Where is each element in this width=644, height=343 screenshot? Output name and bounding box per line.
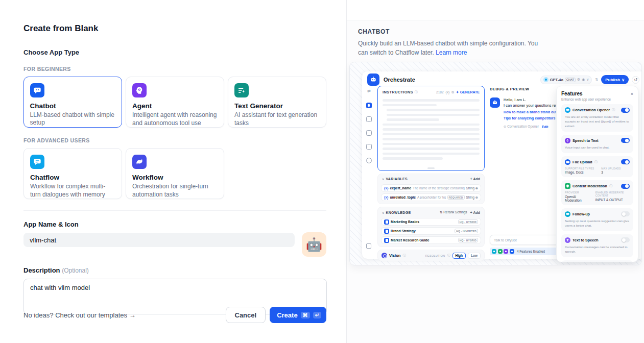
choose-app-type-label: Choose App Type [23,48,326,56]
close-icon: × [631,91,633,96]
robot-emoji-icon: 🤖 [306,237,322,253]
knowledge-row: Marketing Basics HQ · HYBRID [381,218,481,226]
globe-tab-icon [366,158,372,163]
description-label: Description (Optional) [23,266,326,274]
notes-tab-icon [366,144,372,150]
enter-key-icon: ↵ [313,312,321,318]
knowledge-row: Brand Strategy HQ · INVERTED [381,227,481,235]
variables-panel: ∨ VARIABLES + Add {x} expert_name The na… [377,174,485,204]
opener-gear-icon: ⊙ Conversation Opener [504,125,539,129]
vision-row: Vision ⓘ RESOLUTION ⓘ High Low [377,250,485,261]
workflow-icon [132,155,147,169]
feature-card-follow-up: Follow-up Setting up next questions sugg… [561,208,633,231]
section-divider [23,210,326,211]
feature-toggle [621,211,630,216]
follow-up-chip-icon [492,249,496,254]
speech-chip-icon [504,249,508,254]
preview-left-rail: ⇄ [362,88,376,259]
create-app-modal: Create from Blank Choose App Type FOR BE… [0,0,644,343]
preview-app-robot-icon [367,74,379,86]
knowledge-panel: ∨ KNOWLEDGE ⇅ Rerank Settings + Add Mark… [377,207,485,247]
document-icon [384,229,389,234]
app-icon-picker[interactable]: 🤖 [302,232,326,257]
chatbot-preview-image: Orchestrate GPT-4o CHAT ⚙ ◉ ∨ ⇅ [349,62,642,265]
chevron-down-icon: ∨ [586,78,589,82]
card-title: Chatbot [30,102,116,110]
preview-heading: CHATBOT [358,28,642,35]
agent-icon [132,83,147,97]
page-title: Create from Blank [23,23,326,34]
preview-description: Quickly build an LLM-based chatbot with … [358,39,546,57]
learn-more-link[interactable]: Learn more [436,49,467,56]
app-name-label: App Name & Icon [23,220,326,228]
chatflow-icon [30,155,44,169]
upload-chip-icon [510,249,514,254]
feature-toggle [621,184,630,189]
app-type-card-workflow[interactable]: Workflow Orchestration for single-turn a… [126,148,224,199]
card-title: Agent [132,102,218,110]
model-settings-icon: ⚙ [577,78,580,82]
cmd-key-icon: ⌘ [301,312,310,318]
card-desc: Intelligent agent with reasoning and aut… [132,111,218,128]
chevron-down-icon: ∨ [382,177,384,181]
advanced-cards-row: Chatflow Workflow for complex multi-turn… [23,148,326,199]
resolution-high-option: High [452,253,466,259]
swap-icon: ⇄ [367,89,371,93]
app-type-card-chatbot[interactable]: Chatbot LLM-based chatbot with simple se… [23,77,122,128]
document-icon [384,238,389,243]
chat-mode-badge: CHAT [565,78,576,82]
feature-card-speech-to-text: Speech to Text Voice input can be used i… [561,135,633,153]
model-selector: GPT-4o CHAT ⚙ ◉ ∨ [540,76,592,84]
text-to-speech-icon [565,237,570,243]
instructions-panel: INSTRUCTIONS ⓘ 2182 {x} ⧉ ✦ GENERATE [377,86,485,171]
info-icon: ⓘ [415,90,418,94]
group-label-advanced: FOR ADVANCED USERS [23,137,326,143]
feature-card-file-upload: File Upload ⓘ SUPPORT FILE TYPES Image, … [561,156,633,178]
model-vision-icon: ◉ [582,78,585,82]
add-knowledge-button: + Add [470,211,480,214]
chevron-down-icon: ∨ [622,78,625,82]
edit-link: Edit [542,125,548,129]
card-desc: Orchestration for single-turn automation… [132,183,218,199]
feature-card-conversation-opener: Conversation Opener ⓘ You are an entity … [561,104,633,132]
tune-icon: ⇅ [595,78,598,82]
instructions-skeleton [383,99,480,160]
knowledge-row: Market Research Guide HQ · HYBRID [381,236,481,244]
bot-avatar [490,97,500,108]
chevron-down-icon: ∨ [382,211,384,214]
card-title: Chatflow [30,174,115,181]
feature-toggle [621,237,630,242]
clipboard-icon: ⧉ [451,90,454,94]
feature-toggle [621,138,630,143]
feature-card-citations: Citations and Attributions Show source d… [561,260,633,262]
suggested-question: How to make a brand stand out? [504,110,559,114]
feature-toggle [621,108,630,113]
app-name-input[interactable] [23,233,295,247]
app-type-card-chatflow[interactable]: Chatflow Workflow for complex multi-turn… [23,148,122,199]
beginner-cards-row: Chatbot LLM-based chatbot with simple se… [23,77,326,128]
group-label-beginners: FOR BEGINNERS [23,66,326,72]
create-form-panel: Create from Blank Choose App Type FOR BE… [0,0,347,343]
cancel-button[interactable]: Cancel [226,307,266,323]
list-tab-icon [366,130,372,136]
info-icon: ⓘ [594,160,598,164]
variable-row: {x} expert_name The name of the strategi… [381,184,481,192]
preview-window-title: Orchestrate [384,77,415,83]
templates-link[interactable]: No ideas? Check out our templates → [23,311,136,319]
info-icon: ⓘ [402,253,406,258]
right-top-strip [347,0,644,20]
moderation-chip-icon [498,249,503,254]
file-upload-icon [565,159,570,165]
create-button[interactable]: Create ⌘ ↵ [270,307,326,323]
content-moderation-icon [565,183,570,189]
arrow-right-icon: → [129,311,136,319]
text-generator-icon [234,83,249,97]
app-type-card-agent[interactable]: Agent Intelligent agent with reasoning a… [126,77,224,128]
document-icon [384,219,389,225]
required-badge: REQUIRED [447,195,465,200]
card-title: Workflow [132,174,218,181]
optional-label: (Optional) [62,267,89,274]
card-title: Text Generator [234,102,320,110]
app-type-card-text-generator[interactable]: Text Generator AI assistant for text gen… [228,77,326,128]
collapse-icon [366,243,371,249]
